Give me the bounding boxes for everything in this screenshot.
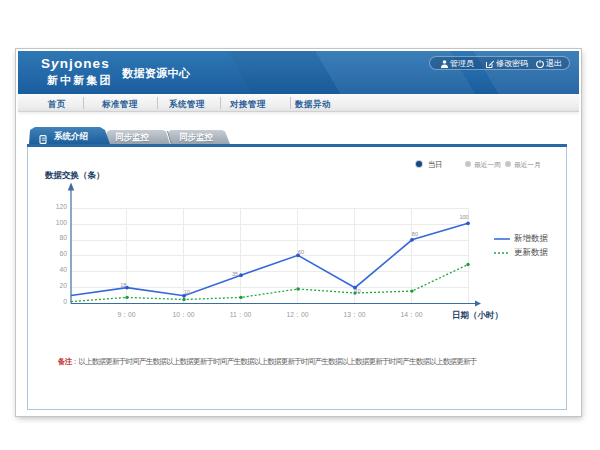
svg-text:120: 120	[56, 203, 68, 210]
svg-text:35: 35	[232, 271, 238, 277]
svg-text:80: 80	[59, 234, 67, 241]
svg-text:60: 60	[298, 249, 304, 255]
svg-text:60: 60	[59, 250, 67, 257]
svg-text:10: 10	[184, 289, 190, 295]
svg-text:100: 100	[459, 214, 468, 220]
svg-text:10：00: 10：00	[173, 311, 195, 318]
svg-text:11：00: 11：00	[230, 311, 252, 318]
svg-text:0: 0	[63, 298, 67, 305]
svg-text:12：00: 12：00	[287, 311, 309, 318]
svg-text:20: 20	[59, 282, 67, 289]
svg-text:14：00: 14：00	[401, 311, 423, 318]
svg-text:40: 40	[59, 266, 67, 273]
svg-text:13：00: 13：00	[344, 311, 366, 318]
svg-text:18: 18	[120, 282, 126, 288]
svg-text:100: 100	[56, 219, 68, 226]
svg-text:80: 80	[412, 231, 418, 237]
svg-text:10: 10	[355, 288, 361, 294]
svg-text:9：00: 9：00	[117, 311, 135, 318]
